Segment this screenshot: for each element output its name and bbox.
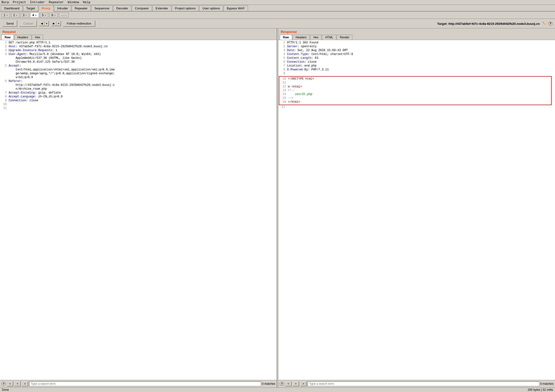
target-url-value: http://437ab5ef-fd7c-4c8a-9215-2929d042f… — [448, 22, 540, 25]
response-line-1: 1 HTTP/1.1 302 Found — [278, 41, 555, 45]
tab-intruder[interactable]: Intruder — [54, 5, 71, 11]
response-tab-html[interactable]: HTML — [322, 35, 336, 40]
response-tab-render[interactable]: Render — [337, 35, 352, 40]
tab-project-options[interactable]: Project options — [172, 5, 199, 11]
subtab-1[interactable]: 1 × — [1, 13, 10, 18]
target-url-area: Target: http://437ab5ef-fd7c-4c8a-9215-2… — [97, 22, 553, 26]
request-tab-hex[interactable]: Hex — [32, 35, 43, 40]
response-line-8: 8 X-Powered-By: PHP/7.3.11 — [278, 68, 555, 72]
nav-next-button[interactable]: ▶ — [51, 21, 56, 26]
close-subtab-6[interactable]: × — [54, 14, 56, 17]
subtab-6[interactable]: 6 × — [49, 13, 58, 18]
nav-next-group: ▶ ▼ — [51, 21, 61, 26]
send-button[interactable]: Send — [2, 20, 17, 27]
response-tab-raw[interactable]: Raw — [280, 35, 292, 40]
close-subtab-4[interactable]: × — [35, 14, 37, 17]
response-search-input[interactable] — [307, 381, 539, 386]
request-line-5: 5 Accept: — [0, 64, 277, 68]
tab-proxy[interactable]: Proxy — [39, 5, 54, 12]
response-search-next[interactable]: > — [300, 381, 307, 386]
response-line-4: 4 Content-Type: text/html; charset=UTF-8 — [278, 52, 555, 56]
cancel-button[interactable]: Cancel — [19, 20, 37, 27]
close-subtab-3[interactable]: × — [26, 14, 27, 17]
tab-user-options[interactable]: User options — [199, 5, 223, 11]
response-line-6: 6 Connection: close — [278, 60, 555, 64]
nav-prev-button[interactable]: ◀ — [39, 21, 44, 26]
close-subtab-5[interactable]: × — [45, 14, 46, 17]
main-tab-bar: Dashboard Target Proxy Intruder Repeater… — [0, 5, 555, 12]
subtab-5[interactable]: 5 × — [40, 13, 49, 18]
menu-help[interactable]: Help — [83, 0, 90, 4]
response-tab-headers[interactable]: Headers — [292, 35, 310, 40]
response-search-next-plus[interactable]: + — [292, 381, 299, 386]
response-line-16: 16 </html> — [279, 100, 551, 104]
response-search-help[interactable]: ? — [280, 382, 284, 386]
request-search-next[interactable]: > — [22, 381, 28, 386]
request-line-7: 7 Accept-Encoding: gzip, deflate — [0, 91, 277, 95]
response-line-5: 5 Content-Length: 63 — [278, 56, 555, 60]
tab-target[interactable]: Target — [23, 5, 38, 11]
response-line-15: 15 --> — [279, 96, 551, 100]
request-search-prev[interactable]: < — [7, 381, 13, 386]
request-tab-raw[interactable]: Raw — [1, 35, 14, 40]
response-panel: Response Raw Headers Hex HTML Render 1 H… — [278, 29, 555, 387]
main-area: Request Raw Headers Hex 1 GET /action.ph… — [0, 29, 555, 387]
menu-intruder[interactable]: Intruder — [30, 0, 45, 4]
subtab-4[interactable]: 4 × — [30, 13, 39, 18]
request-search-input[interactable] — [29, 381, 261, 386]
response-line-12: 12 ⊟ <html> — [279, 85, 551, 89]
request-tab-headers[interactable]: Headers — [14, 35, 31, 40]
subtab-bar: 1 × 2 × 3 × 4 × 5 × 6 × ... — [0, 12, 555, 19]
tab-decoder[interactable]: Decoder — [113, 5, 131, 11]
subtab-2[interactable]: 2 × — [11, 13, 20, 18]
request-line-8: 8 Accept-Language: zh-CN,zh;q=0.9 — [0, 95, 277, 99]
close-subtab-2[interactable]: × — [16, 14, 17, 17]
request-code-area[interactable]: 1 GET /action.php HTTP/1.1 2 Host: 437ab… — [0, 40, 277, 380]
tab-comparer[interactable]: Comparer — [132, 5, 152, 11]
nav-prev-dropdown[interactable]: ▼ — [44, 21, 49, 26]
response-search-prev[interactable]: < — [285, 381, 292, 386]
response-line-17: 17 — [278, 106, 555, 109]
request-line-6a: http://437ab5ef-fd7c-4c8a-9215-2929d042f… — [0, 83, 277, 87]
status-right: 265 bytes | 52 millis — [528, 388, 553, 392]
status-bar: Done 265 bytes | 52 millis — [0, 387, 555, 392]
nav-prev-group: ◀ ▼ — [39, 21, 49, 26]
request-line-4a: AppleWebKit/537.36 (KHTML, like Gecko) — [0, 56, 277, 60]
response-tab-hex[interactable]: Hex — [310, 35, 321, 40]
request-line-10: 10 — [0, 103, 277, 107]
follow-redirect-button[interactable]: Follow redirection — [63, 20, 95, 27]
request-line-6: 6 Referer: — [0, 80, 277, 83]
close-subtab-1[interactable]: × — [6, 14, 8, 17]
request-line-5c: v=b3;q=0.9 — [0, 76, 277, 80]
response-tabs: Raw Headers Hex HTML Render — [278, 35, 555, 40]
tab-dashboard[interactable]: Dashboard — [1, 5, 23, 11]
request-panel: Request Raw Headers Hex 1 GET /action.ph… — [0, 29, 277, 387]
menu-repeater[interactable]: Repeater — [49, 0, 64, 4]
toolbar: Send Cancel ◀ ▼ ▶ ▼ Follow redirection T… — [0, 19, 555, 29]
request-search-next-plus[interactable]: + — [14, 381, 21, 386]
menu-burp[interactable]: Burp — [1, 0, 9, 4]
nav-next-dropdown[interactable]: ▼ — [56, 21, 61, 26]
tab-repeater[interactable]: Repeater — [72, 5, 91, 11]
request-search-bar: ? < + > 0 matches — [0, 380, 277, 387]
response-line-14: 14 secr3t.php — [279, 93, 551, 96]
edit-target-icon[interactable]: ✏️ — [542, 22, 546, 25]
response-highlight-box: 10 <!DOCTYPE html> 11 12 ⊟ <html> 13 <!-… — [279, 76, 552, 105]
response-line-9: 9 — [278, 72, 555, 76]
request-line-5a: text/html,application/xhtml+xml,applicat… — [0, 68, 277, 72]
response-code-area[interactable]: 1 HTTP/1.1 302 Found 2 Server: openresty… — [278, 40, 555, 380]
subtab-more[interactable]: ... — [59, 13, 69, 18]
tab-bypass-waf[interactable]: Bypass WAF — [224, 5, 248, 11]
request-line-6b: n/Archive_room.php — [0, 87, 277, 91]
tab-sequencer[interactable]: Sequencer — [91, 5, 113, 11]
request-search-help[interactable]: ? — [1, 382, 6, 386]
request-line-4: 4 User-Agent: Mozilla/5.0 (Windows NT 10… — [0, 52, 277, 56]
tab-extender[interactable]: Extender — [153, 5, 171, 11]
request-line-9: 9 Connection: close — [0, 99, 277, 103]
response-line-7: 7 Location: end.php — [278, 64, 555, 68]
menu-project[interactable]: Project — [13, 0, 26, 4]
subtab-3[interactable]: 3 × — [21, 13, 29, 18]
help-icon[interactable]: ? — [548, 22, 553, 26]
menu-window[interactable]: Window — [68, 0, 79, 4]
response-line-11: 11 — [279, 81, 551, 85]
